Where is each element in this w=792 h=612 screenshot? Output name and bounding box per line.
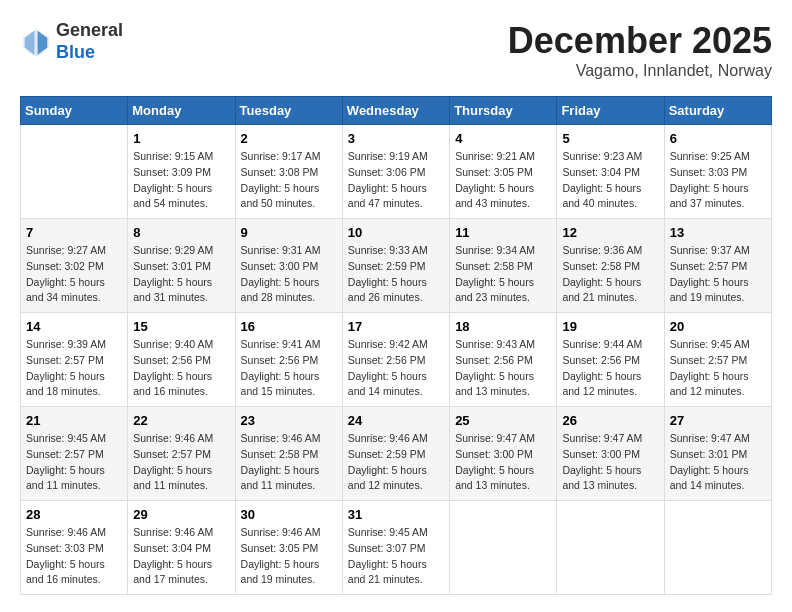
calendar-cell: 26Sunrise: 9:47 AMSunset: 3:00 PMDayligh… — [557, 407, 664, 501]
day-number: 30 — [241, 507, 337, 522]
calendar-cell — [664, 501, 771, 595]
calendar-week-1: 1Sunrise: 9:15 AMSunset: 3:09 PMDaylight… — [21, 125, 772, 219]
page-header: General Blue December 2025 Vagamo, Innla… — [20, 20, 772, 80]
day-number: 9 — [241, 225, 337, 240]
day-number: 11 — [455, 225, 551, 240]
day-number: 20 — [670, 319, 766, 334]
day-info: Sunrise: 9:46 AMSunset: 3:03 PMDaylight:… — [26, 525, 122, 588]
day-info: Sunrise: 9:41 AMSunset: 2:56 PMDaylight:… — [241, 337, 337, 400]
day-number: 21 — [26, 413, 122, 428]
day-info: Sunrise: 9:45 AMSunset: 3:07 PMDaylight:… — [348, 525, 444, 588]
day-info: Sunrise: 9:42 AMSunset: 2:56 PMDaylight:… — [348, 337, 444, 400]
calendar-cell: 19Sunrise: 9:44 AMSunset: 2:56 PMDayligh… — [557, 313, 664, 407]
day-number: 18 — [455, 319, 551, 334]
location-subtitle: Vagamo, Innlandet, Norway — [508, 62, 772, 80]
calendar-table: Sunday Monday Tuesday Wednesday Thursday… — [20, 96, 772, 595]
calendar-cell: 6Sunrise: 9:25 AMSunset: 3:03 PMDaylight… — [664, 125, 771, 219]
day-number: 27 — [670, 413, 766, 428]
calendar-cell: 13Sunrise: 9:37 AMSunset: 2:57 PMDayligh… — [664, 219, 771, 313]
day-number: 13 — [670, 225, 766, 240]
day-number: 15 — [133, 319, 229, 334]
day-info: Sunrise: 9:31 AMSunset: 3:00 PMDaylight:… — [241, 243, 337, 306]
day-number: 29 — [133, 507, 229, 522]
day-number: 2 — [241, 131, 337, 146]
logo-general: General — [56, 20, 123, 42]
day-info: Sunrise: 9:46 AMSunset: 2:58 PMDaylight:… — [241, 431, 337, 494]
day-number: 26 — [562, 413, 658, 428]
logo: General Blue — [20, 20, 123, 63]
day-info: Sunrise: 9:46 AMSunset: 3:04 PMDaylight:… — [133, 525, 229, 588]
calendar-cell: 10Sunrise: 9:33 AMSunset: 2:59 PMDayligh… — [342, 219, 449, 313]
day-info: Sunrise: 9:43 AMSunset: 2:56 PMDaylight:… — [455, 337, 551, 400]
header-row: Sunday Monday Tuesday Wednesday Thursday… — [21, 97, 772, 125]
day-number: 10 — [348, 225, 444, 240]
day-info: Sunrise: 9:40 AMSunset: 2:56 PMDaylight:… — [133, 337, 229, 400]
day-number: 19 — [562, 319, 658, 334]
day-number: 7 — [26, 225, 122, 240]
col-sunday: Sunday — [21, 97, 128, 125]
calendar-cell: 21Sunrise: 9:45 AMSunset: 2:57 PMDayligh… — [21, 407, 128, 501]
day-info: Sunrise: 9:27 AMSunset: 3:02 PMDaylight:… — [26, 243, 122, 306]
calendar-cell: 5Sunrise: 9:23 AMSunset: 3:04 PMDaylight… — [557, 125, 664, 219]
col-tuesday: Tuesday — [235, 97, 342, 125]
logo-icon — [20, 26, 52, 58]
calendar-cell: 8Sunrise: 9:29 AMSunset: 3:01 PMDaylight… — [128, 219, 235, 313]
calendar-cell: 31Sunrise: 9:45 AMSunset: 3:07 PMDayligh… — [342, 501, 449, 595]
day-number: 8 — [133, 225, 229, 240]
day-info: Sunrise: 9:17 AMSunset: 3:08 PMDaylight:… — [241, 149, 337, 212]
month-title: December 2025 — [508, 20, 772, 62]
day-info: Sunrise: 9:23 AMSunset: 3:04 PMDaylight:… — [562, 149, 658, 212]
col-wednesday: Wednesday — [342, 97, 449, 125]
calendar-cell: 2Sunrise: 9:17 AMSunset: 3:08 PMDaylight… — [235, 125, 342, 219]
calendar-cell — [21, 125, 128, 219]
day-number: 24 — [348, 413, 444, 428]
col-monday: Monday — [128, 97, 235, 125]
calendar-cell: 9Sunrise: 9:31 AMSunset: 3:00 PMDaylight… — [235, 219, 342, 313]
calendar-cell: 3Sunrise: 9:19 AMSunset: 3:06 PMDaylight… — [342, 125, 449, 219]
day-info: Sunrise: 9:46 AMSunset: 2:59 PMDaylight:… — [348, 431, 444, 494]
logo-text: General Blue — [56, 20, 123, 63]
day-number: 4 — [455, 131, 551, 146]
day-info: Sunrise: 9:19 AMSunset: 3:06 PMDaylight:… — [348, 149, 444, 212]
calendar-cell: 27Sunrise: 9:47 AMSunset: 3:01 PMDayligh… — [664, 407, 771, 501]
day-info: Sunrise: 9:47 AMSunset: 3:01 PMDaylight:… — [670, 431, 766, 494]
day-number: 6 — [670, 131, 766, 146]
calendar-cell — [450, 501, 557, 595]
calendar-week-2: 7Sunrise: 9:27 AMSunset: 3:02 PMDaylight… — [21, 219, 772, 313]
day-info: Sunrise: 9:21 AMSunset: 3:05 PMDaylight:… — [455, 149, 551, 212]
calendar-cell: 28Sunrise: 9:46 AMSunset: 3:03 PMDayligh… — [21, 501, 128, 595]
col-saturday: Saturday — [664, 97, 771, 125]
title-block: December 2025 Vagamo, Innlandet, Norway — [508, 20, 772, 80]
calendar-cell: 17Sunrise: 9:42 AMSunset: 2:56 PMDayligh… — [342, 313, 449, 407]
day-info: Sunrise: 9:15 AMSunset: 3:09 PMDaylight:… — [133, 149, 229, 212]
calendar-cell: 25Sunrise: 9:47 AMSunset: 3:00 PMDayligh… — [450, 407, 557, 501]
calendar-cell: 14Sunrise: 9:39 AMSunset: 2:57 PMDayligh… — [21, 313, 128, 407]
day-info: Sunrise: 9:46 AMSunset: 2:57 PMDaylight:… — [133, 431, 229, 494]
calendar-week-3: 14Sunrise: 9:39 AMSunset: 2:57 PMDayligh… — [21, 313, 772, 407]
day-info: Sunrise: 9:44 AMSunset: 2:56 PMDaylight:… — [562, 337, 658, 400]
col-thursday: Thursday — [450, 97, 557, 125]
day-info: Sunrise: 9:39 AMSunset: 2:57 PMDaylight:… — [26, 337, 122, 400]
calendar-cell: 4Sunrise: 9:21 AMSunset: 3:05 PMDaylight… — [450, 125, 557, 219]
calendar-cell: 15Sunrise: 9:40 AMSunset: 2:56 PMDayligh… — [128, 313, 235, 407]
day-number: 3 — [348, 131, 444, 146]
day-info: Sunrise: 9:25 AMSunset: 3:03 PMDaylight:… — [670, 149, 766, 212]
calendar-cell: 29Sunrise: 9:46 AMSunset: 3:04 PMDayligh… — [128, 501, 235, 595]
calendar-cell — [557, 501, 664, 595]
day-info: Sunrise: 9:47 AMSunset: 3:00 PMDaylight:… — [562, 431, 658, 494]
day-info: Sunrise: 9:37 AMSunset: 2:57 PMDaylight:… — [670, 243, 766, 306]
calendar-cell: 24Sunrise: 9:46 AMSunset: 2:59 PMDayligh… — [342, 407, 449, 501]
day-info: Sunrise: 9:46 AMSunset: 3:05 PMDaylight:… — [241, 525, 337, 588]
day-number: 1 — [133, 131, 229, 146]
day-info: Sunrise: 9:33 AMSunset: 2:59 PMDaylight:… — [348, 243, 444, 306]
day-info: Sunrise: 9:47 AMSunset: 3:00 PMDaylight:… — [455, 431, 551, 494]
logo-blue: Blue — [56, 42, 123, 64]
calendar-cell: 20Sunrise: 9:45 AMSunset: 2:57 PMDayligh… — [664, 313, 771, 407]
col-friday: Friday — [557, 97, 664, 125]
day-number: 25 — [455, 413, 551, 428]
calendar-cell: 12Sunrise: 9:36 AMSunset: 2:58 PMDayligh… — [557, 219, 664, 313]
calendar-cell: 30Sunrise: 9:46 AMSunset: 3:05 PMDayligh… — [235, 501, 342, 595]
day-number: 14 — [26, 319, 122, 334]
day-info: Sunrise: 9:45 AMSunset: 2:57 PMDaylight:… — [670, 337, 766, 400]
calendar-cell: 1Sunrise: 9:15 AMSunset: 3:09 PMDaylight… — [128, 125, 235, 219]
